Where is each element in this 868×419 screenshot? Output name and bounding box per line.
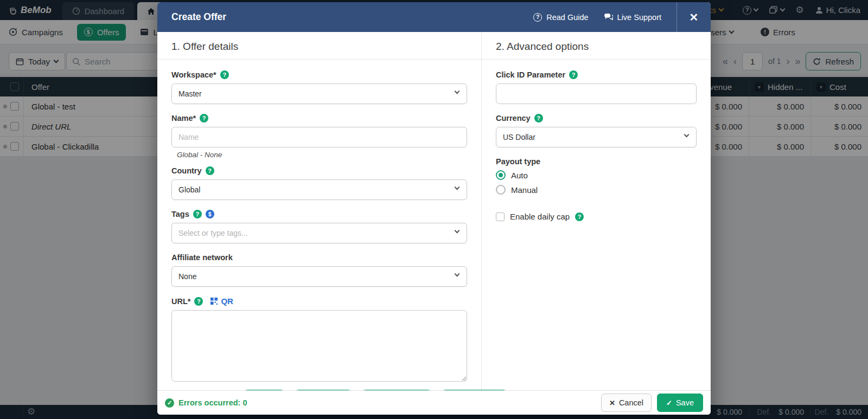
read-guide-link[interactable]: ? Read Guide [533, 13, 588, 22]
errors-status-label: Errors occurred: 0 [178, 398, 247, 407]
tags-label: Tags [171, 210, 189, 218]
help-icon[interactable]: ? [200, 114, 208, 123]
modal-body: 1. Offer details Workspace* ? Master Nam… [157, 32, 711, 390]
payout-auto-option[interactable]: Auto [496, 170, 697, 180]
chevron-down-icon [455, 272, 460, 277]
name-input[interactable] [171, 127, 467, 147]
daily-cap-field[interactable]: Enable daily cap ? [496, 212, 697, 221]
chevron-down-icon [455, 185, 460, 190]
click-id-input[interactable] [496, 83, 697, 104]
country-select[interactable]: Global [171, 179, 467, 200]
daily-cap-checkbox[interactable] [496, 212, 505, 221]
create-offer-modal: Create Offer ? Read Guide Live Support ✕… [157, 2, 711, 415]
currency-field: Currency ? US Dollar [496, 114, 697, 147]
workspace-field: Workspace* ? Master [171, 70, 467, 104]
close-icon: ✕ [609, 399, 615, 407]
currency-label: Currency [496, 114, 531, 123]
radio-unselected[interactable] [496, 185, 506, 195]
offer-details-section: 1. Offer details Workspace* ? Master Nam… [157, 32, 482, 390]
live-support-link[interactable]: Live Support [604, 13, 661, 22]
modal-title: Create Offer [157, 11, 226, 23]
country-label: Country [171, 166, 202, 175]
url-textarea[interactable] [171, 310, 467, 382]
cancel-button[interactable]: ✕ Cancel [601, 394, 652, 412]
qr-code-icon [210, 297, 218, 305]
payout-type-label: Payout type [496, 157, 540, 166]
paid-feature-icon[interactable]: $ [206, 210, 214, 218]
radio-selected[interactable] [496, 170, 506, 180]
chevron-down-icon [455, 89, 460, 94]
close-button[interactable]: ✕ [677, 2, 711, 32]
check-circle-icon: ✓ [165, 398, 174, 408]
advanced-options-section: 2. Advanced options Click ID Parameter ?… [482, 32, 711, 390]
qr-button[interactable]: QR [210, 296, 233, 306]
help-icon: ? [533, 13, 542, 22]
help-icon[interactable]: ? [220, 70, 229, 79]
section-title: 1. Offer details [157, 32, 481, 59]
affiliate-network-field: Affiliate network None [171, 253, 467, 287]
chevron-down-icon [684, 132, 690, 138]
currency-select[interactable]: US Dollar [496, 127, 697, 147]
tags-select[interactable]: Select or type tags... [171, 223, 467, 243]
daily-cap-label: Enable daily cap [510, 212, 570, 221]
chevron-down-icon [455, 228, 460, 234]
name-label: Name* [171, 114, 196, 123]
payout-manual-option[interactable]: Manual [496, 185, 697, 195]
name-field: Name* ? Global - None [171, 114, 467, 159]
tags-field: Tags ? $ Select or type tags... [171, 210, 467, 243]
affiliate-network-select[interactable]: None [171, 266, 467, 287]
check-icon: ✓ [666, 399, 672, 407]
save-button[interactable]: ✓ Save [657, 394, 703, 412]
help-icon[interactable]: ? [569, 70, 578, 79]
affiliate-network-label: Affiliate network [171, 253, 233, 262]
chat-bubbles-icon [604, 13, 613, 21]
help-icon[interactable]: ? [575, 212, 584, 221]
close-icon: ✕ [690, 11, 699, 24]
click-id-label: Click ID Parameter [496, 70, 565, 79]
section-title: 2. Advanced options [482, 32, 711, 59]
click-id-field: Click ID Parameter ? [496, 70, 697, 104]
payout-type-field: Payout type Auto Manual [496, 157, 697, 195]
help-icon[interactable]: ? [193, 210, 202, 218]
workspace-select[interactable]: Master [171, 83, 467, 104]
url-field: URL* ? QR [171, 296, 467, 390]
help-icon[interactable]: ? [534, 114, 543, 123]
errors-status: ✓ Errors occurred: 0 [165, 398, 247, 408]
name-hint: Global - None [177, 151, 467, 159]
help-icon[interactable]: ? [206, 166, 214, 175]
workspace-label: Workspace* [171, 70, 216, 79]
modal-header: Create Offer ? Read Guide Live Support ✕ [157, 2, 711, 32]
url-label: URL* [171, 297, 190, 306]
country-field: Country ? Global [171, 166, 467, 200]
help-icon[interactable]: ? [194, 297, 203, 306]
modal-footer: ✓ Errors occurred: 0 ✕ Cancel ✓ Save [157, 390, 711, 415]
